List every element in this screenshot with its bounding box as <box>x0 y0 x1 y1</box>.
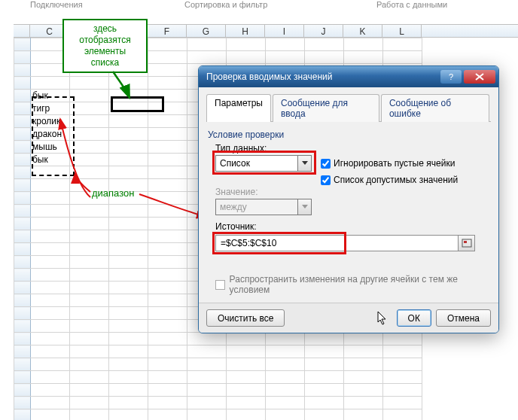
cell[interactable] <box>344 409 383 421</box>
dialog-titlebar[interactable]: Проверка вводимых значений ? <box>199 66 498 87</box>
cell[interactable] <box>31 371 70 384</box>
cell[interactable] <box>266 38 305 51</box>
cell[interactable] <box>148 243 187 256</box>
cell[interactable] <box>31 358 70 371</box>
tab-parameters[interactable]: Параметры <box>206 94 271 122</box>
cell[interactable] <box>109 102 148 115</box>
cell[interactable] <box>109 294 148 307</box>
cell[interactable] <box>31 333 70 345</box>
cell[interactable] <box>70 294 109 307</box>
cell[interactable] <box>109 154 148 166</box>
cell[interactable] <box>187 358 227 371</box>
col-header[interactable]: H <box>226 25 265 37</box>
cell[interactable] <box>148 154 187 166</box>
cell[interactable] <box>383 38 422 51</box>
cell[interactable] <box>31 192 70 205</box>
cell[interactable] <box>31 269 70 282</box>
cell[interactable] <box>148 77 187 90</box>
cell[interactable] <box>148 320 187 333</box>
cell[interactable] <box>187 51 227 64</box>
cell[interactable] <box>227 409 266 421</box>
cell[interactable]: дракон <box>31 128 70 141</box>
range-picker-icon[interactable] <box>458 236 474 251</box>
cell[interactable] <box>148 179 187 192</box>
cell[interactable] <box>109 141 148 154</box>
ignore-blank-checkbox[interactable]: Игнорировать пустые ячейки <box>321 158 455 169</box>
cell[interactable] <box>266 51 305 64</box>
cell[interactable] <box>383 409 422 421</box>
cell[interactable] <box>187 38 227 51</box>
cell[interactable] <box>266 371 305 384</box>
source-input[interactable] <box>216 238 458 248</box>
cell[interactable] <box>187 371 227 384</box>
cell[interactable] <box>109 128 148 141</box>
cell[interactable] <box>70 345 109 358</box>
cell[interactable] <box>31 256 70 269</box>
cell[interactable] <box>148 371 187 384</box>
cell[interactable] <box>383 397 422 409</box>
cell[interactable] <box>148 38 187 51</box>
cell[interactable] <box>187 384 227 397</box>
cell[interactable] <box>109 409 148 421</box>
cell[interactable] <box>31 230 70 243</box>
cell[interactable] <box>344 51 383 64</box>
cell[interactable] <box>109 256 148 269</box>
cell[interactable] <box>70 77 109 90</box>
cell[interactable] <box>109 90 148 102</box>
cell[interactable] <box>305 333 344 345</box>
cell[interactable] <box>148 64 187 77</box>
cell[interactable] <box>109 345 148 358</box>
cell[interactable] <box>266 333 305 345</box>
cell[interactable] <box>266 397 305 409</box>
cell[interactable] <box>383 333 422 345</box>
cell[interactable] <box>148 205 187 218</box>
cell[interactable] <box>70 128 109 141</box>
cell[interactable] <box>31 282 70 294</box>
cell[interactable] <box>109 243 148 256</box>
cell[interactable] <box>70 384 109 397</box>
cell[interactable] <box>70 409 109 421</box>
cell[interactable] <box>227 358 266 371</box>
cell[interactable] <box>187 397 227 409</box>
cell[interactable] <box>70 397 109 409</box>
cell[interactable] <box>148 102 187 115</box>
cell[interactable] <box>148 256 187 269</box>
cell[interactable] <box>70 154 109 166</box>
cell[interactable] <box>344 333 383 345</box>
cell[interactable] <box>305 384 344 397</box>
ignore-blank-input[interactable] <box>321 159 331 169</box>
cell[interactable] <box>383 371 422 384</box>
cell[interactable] <box>305 38 344 51</box>
cell[interactable] <box>31 384 70 397</box>
tab-input-message[interactable]: Сообщение для ввода <box>273 94 379 122</box>
chevron-down-icon[interactable] <box>297 156 311 171</box>
cell[interactable] <box>70 371 109 384</box>
col-header[interactable]: K <box>343 25 382 37</box>
cell[interactable] <box>70 166 109 179</box>
cell[interactable] <box>70 358 109 371</box>
cell[interactable] <box>31 77 70 90</box>
cell[interactable] <box>383 51 422 64</box>
cell[interactable] <box>148 269 187 282</box>
cell[interactable] <box>70 256 109 269</box>
cell[interactable] <box>227 397 266 409</box>
cell[interactable] <box>148 294 187 307</box>
cell[interactable] <box>148 218 187 230</box>
cell[interactable] <box>305 371 344 384</box>
cell[interactable] <box>148 166 187 179</box>
cell[interactable] <box>31 205 70 218</box>
tab-error-alert[interactable]: Сообщение об ошибке <box>381 94 489 122</box>
cell[interactable] <box>70 307 109 320</box>
cell[interactable] <box>109 282 148 294</box>
cell[interactable] <box>70 243 109 256</box>
close-button[interactable] <box>464 70 495 84</box>
cell[interactable] <box>148 230 187 243</box>
cell[interactable] <box>70 218 109 230</box>
cell[interactable] <box>109 218 148 230</box>
cell[interactable] <box>31 397 70 409</box>
cell[interactable] <box>70 269 109 282</box>
cell[interactable] <box>148 358 187 371</box>
cell[interactable] <box>148 51 187 64</box>
cell[interactable] <box>266 384 305 397</box>
cell[interactable] <box>266 345 305 358</box>
